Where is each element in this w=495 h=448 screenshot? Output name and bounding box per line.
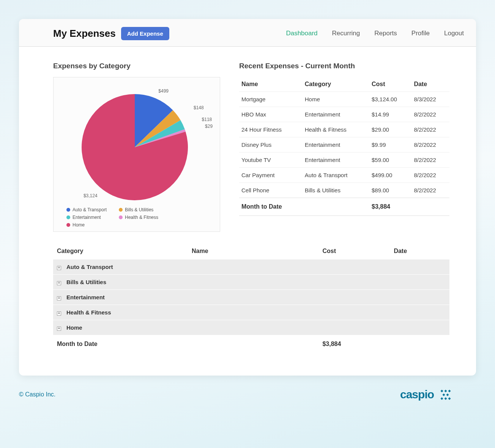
recent-col-category: Category [303,77,369,92]
table-row[interactable]: 24 Hour FitnessHealth & Fitness$29.008/2… [239,122,449,137]
cell-name: Car Payment [239,168,303,183]
legend-label: Entertainment [73,215,101,220]
cell-date: 8/2/2022 [411,183,449,198]
grouped-expenses-panel: Category Name Cost Date +Auto & Transpor… [53,243,449,353]
cell-category: Entertainment [303,152,369,168]
cell-cost: $29.00 [369,122,411,137]
group-row[interactable]: +Entertainment [53,290,449,305]
svg-rect-0 [440,390,443,392]
table-row[interactable]: Cell PhoneBills & Utilities$89.008/2/202… [239,183,449,198]
grouped-col-name: Name [188,243,319,259]
nav-reports[interactable]: Reports [374,27,398,40]
pie-value-label: $118 [202,117,212,122]
cell-date: 8/2/2022 [411,122,449,137]
recent-table: Name Category Cost Date MortgageHome$3,1… [239,77,449,216]
nav-logout[interactable]: Logout [443,27,465,40]
expenses-by-category-panel: Expenses by Category $499$148$118$29$3,1… [53,62,220,232]
group-row[interactable]: +Home [53,320,449,335]
group-label: Bills & Utilities [66,279,106,285]
table-row[interactable]: MortgageHome$3,124.008/3/2022 [239,92,449,107]
expand-icon[interactable]: + [57,281,61,285]
grouped-table: Category Name Cost Date +Auto & Transpor… [53,243,449,353]
caspio-logo: caspio [400,387,457,402]
nav-profile[interactable]: Profile [411,27,430,40]
legend-item[interactable]: Bills & Utilities [119,207,164,212]
content-area: Expenses by Category $499$148$118$29$3,1… [19,47,476,376]
svg-rect-4 [446,393,449,396]
cell-cost: $14.99 [369,107,411,122]
legend-item[interactable]: Health & Fitness [119,215,164,220]
add-expense-button[interactable]: Add Expense [121,27,169,40]
recent-expenses-panel: Recent Expenses - Current Month Name Cat… [239,62,449,232]
grouped-footer-total: $3,884 [318,335,390,353]
legend-swatch [119,208,123,212]
pie-title: Expenses by Category [53,62,220,70]
pie-chart: $499$148$118$29$3,124 [59,83,211,204]
cell-date: 8/2/2022 [411,137,449,152]
legend-swatch [66,208,70,212]
cell-name: Youtube TV [239,152,303,168]
legend-item[interactable]: Auto & Transport [66,207,112,212]
cell-name: Cell Phone [239,183,303,198]
cell-cost: $89.00 [369,183,411,198]
cell-date: 8/2/2022 [411,107,449,122]
cell-name: HBO Max [239,107,303,122]
cell-name: Disney Plus [239,137,303,152]
cell-date: 8/2/2022 [411,152,449,168]
group-label: Entertainment [66,294,105,300]
svg-rect-3 [442,393,445,396]
group-row[interactable]: +Bills & Utilities [53,275,449,290]
svg-rect-6 [444,397,447,400]
legend-item[interactable]: Entertainment [66,215,112,220]
pie-chart-box: $499$148$118$29$3,124 Auto & TransportBi… [53,77,220,232]
svg-rect-7 [448,397,451,400]
svg-rect-5 [440,397,443,400]
cell-name: 24 Hour Fitness [239,122,303,137]
copyright: © Caspio Inc. [19,391,55,398]
legend-label: Health & Fitness [125,215,158,220]
expand-icon[interactable]: + [57,311,61,316]
cell-category: Auto & Transport [303,168,369,183]
table-row[interactable]: HBO MaxEntertainment$14.998/2/2022 [239,107,449,122]
expand-icon[interactable]: + [57,296,61,300]
recent-title: Recent Expenses - Current Month [239,62,449,70]
grouped-footer-label: Month to Date [53,335,318,353]
cell-cost: $499.00 [369,168,411,183]
grouped-col-cost: Cost [318,243,390,259]
expand-icon[interactable]: + [57,266,61,270]
expand-icon[interactable]: + [57,327,61,331]
nav-dashboard[interactable]: Dashboard [285,27,318,40]
cell-cost: $59.00 [369,152,411,168]
table-row[interactable]: Youtube TVEntertainment$59.008/2/2022 [239,152,449,168]
pie-value-label: $499 [158,88,169,94]
table-row[interactable]: Disney PlusEntertainment$9.998/2/2022 [239,137,449,152]
cell-category: Entertainment [303,107,369,122]
legend-swatch [119,215,123,219]
legend-item[interactable]: Home [66,222,112,228]
app-title: My Expenses [53,28,116,39]
grouped-col-date: Date [390,243,449,259]
legend-swatch [66,223,70,227]
recent-footer-label: Month to Date [239,198,369,216]
pie-value-label: $29 [205,124,213,129]
group-label: Home [66,324,82,331]
table-row[interactable]: Car PaymentAuto & Transport$499.008/2/20… [239,168,449,183]
group-row[interactable]: +Auto & Transport [53,259,449,275]
recent-col-date: Date [411,77,449,92]
nav-recurring[interactable]: Recurring [331,27,361,40]
legend-swatch [66,215,70,219]
cell-cost: $9.99 [369,137,411,152]
cell-date: 8/2/2022 [411,168,449,183]
cell-date: 8/3/2022 [411,92,449,107]
svg-rect-1 [444,390,447,392]
group-label: Auto & Transport [66,264,113,270]
group-row[interactable]: +Health & Fitness [53,305,449,320]
logo-text: caspio [400,388,434,401]
pie-value-label: $148 [194,105,204,110]
recent-footer-total: $3,884 [369,198,411,216]
legend-label: Home [73,222,85,228]
main-nav: Dashboard Recurring Reports Profile Logo… [285,27,465,40]
pie-value-label: $3,124 [84,193,98,198]
cell-category: Bills & Utilities [303,183,369,198]
page-footer: © Caspio Inc. caspio [19,376,476,406]
